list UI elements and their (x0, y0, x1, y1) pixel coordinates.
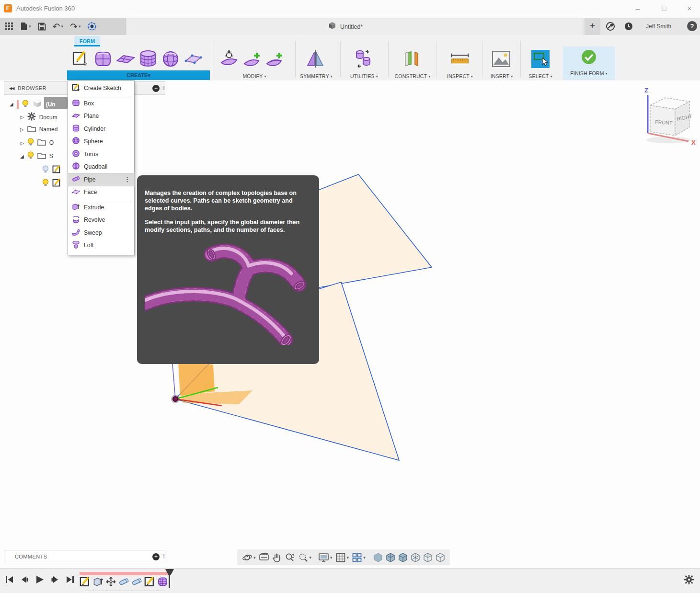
viewport-canvas[interactable]: FRONT RIGHT Z X ◀◀ BROWSER − ‖ ◢ (Un ▷ D… (0, 80, 700, 568)
expanded-triangle-icon[interactable]: ◢ (10, 102, 13, 107)
tree-row-root[interactable]: ◢ (Un (10, 99, 56, 110)
panel-drag-handle[interactable]: ‖ (162, 553, 165, 560)
display-mode-shaded-edges-icon[interactable] (386, 552, 395, 563)
comments-bar[interactable]: COMMENTS + ‖ (4, 550, 165, 563)
insert-edge-icon[interactable] (241, 47, 262, 70)
maximize-button[interactable]: □ (657, 2, 671, 15)
display-settings-icon[interactable]: ▾ (318, 552, 333, 563)
extensions-icon[interactable] (606, 22, 615, 31)
menu-item-create-sketch[interactable]: Create Sketch (68, 82, 134, 95)
menu-item-cylinder[interactable]: Cylinder (68, 123, 134, 136)
play-icon[interactable] (34, 574, 45, 587)
step-back-icon[interactable] (20, 575, 29, 586)
tree-row-origin[interactable]: ▷ O (20, 138, 54, 148)
visibility-bulb-icon[interactable] (27, 151, 34, 161)
cylinder-icon[interactable] (138, 47, 159, 70)
orbit-icon[interactable]: ▾ (242, 552, 256, 563)
timeline-sketch-feature[interactable] (144, 576, 155, 589)
group-utilities[interactable]: UTILITIES▾ (341, 72, 387, 80)
collapsed-triangle-icon[interactable]: ▷ (20, 114, 24, 120)
menu-item-plane[interactable]: Plane (68, 110, 134, 123)
view-cube[interactable]: FRONT RIGHT Z X (635, 85, 700, 150)
menu-item-torus[interactable]: Torus (68, 148, 134, 161)
menu-item-face[interactable]: Face (68, 186, 134, 199)
symmetry-icon[interactable] (305, 47, 326, 70)
version-history-icon[interactable] (624, 22, 633, 31)
display-mode-shaded-icon[interactable] (373, 552, 383, 563)
browser-minimize-icon[interactable]: − (152, 85, 160, 92)
viewports-icon[interactable]: ▾ (352, 552, 366, 563)
more-options-icon[interactable]: ⋮ (124, 176, 134, 183)
undo-icon[interactable]: ↶▾ (53, 21, 63, 32)
group-modify[interactable]: MODIFY▾ (218, 72, 290, 80)
file-menu-icon[interactable]: ▾ (20, 22, 31, 31)
menu-item-box[interactable]: Box (68, 97, 134, 110)
settings-gear-icon[interactable] (684, 574, 694, 587)
create-sketch-icon[interactable] (70, 47, 91, 70)
collapsed-triangle-icon[interactable]: ▷ (20, 127, 24, 132)
document-tab[interactable]: Untitled* × (127, 18, 583, 35)
display-mode-visible-edges-icon[interactable] (398, 552, 408, 563)
select-icon[interactable] (530, 47, 551, 70)
timeline-form-feature[interactable] (157, 576, 168, 589)
group-select[interactable]: SELECT▾ (521, 72, 560, 80)
display-mode-wireframe-hidden-icon[interactable] (423, 552, 433, 563)
insert-icon[interactable] (491, 47, 512, 70)
menu-item-sphere[interactable]: Sphere (68, 135, 134, 148)
display-mode-wireframe-icon[interactable] (436, 552, 445, 563)
help-icon[interactable]: ? (687, 21, 697, 31)
group-finish-form[interactable]: FINISH FORM▾ (563, 46, 615, 80)
menu-item-extrude[interactable]: Extrude (68, 201, 134, 214)
edit-form-handle-icon[interactable] (218, 47, 240, 70)
visibility-bulb-icon[interactable] (27, 138, 34, 148)
utilities-icon[interactable] (353, 47, 374, 70)
timeline-rollback-marker[interactable] (80, 572, 169, 575)
new-tab-button[interactable]: + (585, 18, 600, 35)
box-icon[interactable] (92, 47, 114, 70)
sketch-line[interactable] (172, 364, 175, 399)
user-name[interactable]: Jeff Smith (646, 23, 671, 30)
menu-item-quadball[interactable]: Quadball (68, 160, 134, 173)
skip-to-start-icon[interactable] (5, 575, 14, 586)
timeline-sketch-feature[interactable] (80, 576, 91, 589)
timeline-move-feature[interactable] (105, 576, 116, 589)
minimize-button[interactable]: – (631, 2, 645, 15)
plane-icon[interactable] (115, 47, 136, 70)
collapse-panel-icon[interactable]: ◀◀ (9, 86, 14, 91)
menu-item-pipe[interactable]: Pipe⋮ (68, 173, 134, 186)
group-construct[interactable]: CONSTRUCT▾ (389, 72, 436, 80)
tree-row-named-views[interactable]: ▷ Named (20, 125, 57, 134)
step-forward-icon[interactable] (50, 575, 60, 586)
edit-form-icon[interactable] (183, 47, 204, 70)
group-create[interactable]: CREATE▾ (67, 70, 210, 80)
timeline-pipe-feature[interactable] (131, 576, 142, 589)
group-inspect[interactable]: INSPECT▾ (438, 72, 482, 80)
expanded-triangle-icon[interactable]: ◢ (20, 154, 24, 159)
tracking-target-icon[interactable] (87, 22, 97, 31)
tree-row-document-settings[interactable]: ▷ Docum (20, 112, 57, 122)
grid-snap-icon[interactable]: ▾ (335, 552, 349, 563)
close-button[interactable]: × (682, 2, 697, 15)
display-mode-wire-sphere-icon[interactable] (411, 552, 420, 563)
menu-item-sweep[interactable]: Sweep (68, 227, 134, 239)
sphere-icon[interactable] (160, 47, 181, 70)
group-symmetry[interactable]: SYMMETRY▾ (293, 72, 339, 80)
timeline-playhead[interactable] (169, 575, 170, 588)
visibility-bulb-off-icon[interactable] (42, 165, 49, 175)
origin-point[interactable] (173, 397, 178, 401)
visibility-bulb-icon[interactable] (42, 179, 49, 188)
save-icon[interactable] (38, 23, 46, 31)
add-comment-icon[interactable]: + (152, 553, 160, 560)
subdivide-icon[interactable] (264, 47, 285, 70)
menu-item-loft[interactable]: Loft (68, 239, 134, 252)
pan-icon[interactable] (272, 552, 282, 563)
app-grid-icon[interactable] (5, 22, 13, 31)
collapsed-triangle-icon[interactable]: ▷ (20, 140, 24, 146)
redo-icon[interactable]: ↷▾ (70, 21, 80, 32)
look-at-icon[interactable] (259, 553, 269, 562)
zoom-window-icon[interactable]: ▾ (298, 552, 312, 563)
tab-form[interactable]: FORM (74, 36, 100, 46)
visibility-bulb-icon[interactable] (22, 100, 29, 109)
tree-row-sketch1[interactable] (42, 165, 61, 175)
timeline-pipe-feature[interactable] (118, 576, 129, 589)
